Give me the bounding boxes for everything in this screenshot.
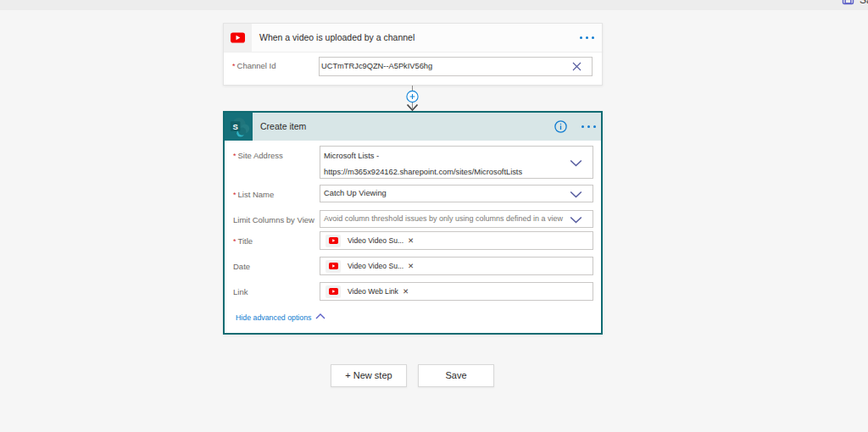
svg-text:S: S bbox=[232, 122, 237, 131]
